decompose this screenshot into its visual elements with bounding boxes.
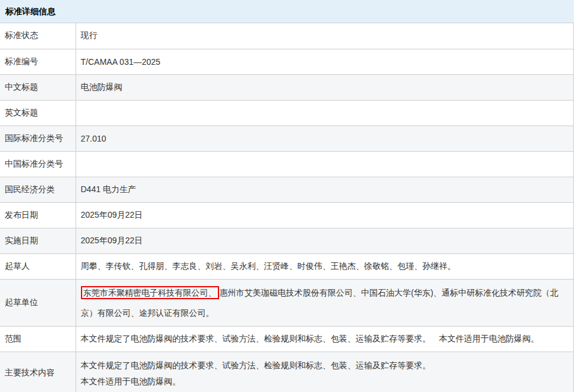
highlighted-company: 东莞市禾聚精密电子科技有限公司、	[81, 286, 219, 299]
row-label: 中国标准分类号	[0, 151, 76, 177]
row-value: 本文件规定了电池防爆阀的技术要求、试验方法、检验规则和标志、包装、运输及贮存等要…	[76, 326, 574, 352]
row-ccs-number: 中国标准分类号	[0, 151, 574, 177]
page-title: 标准详细信息	[0, 0, 574, 23]
row-label: 范围	[0, 326, 76, 352]
row-value	[76, 100, 574, 126]
row-standard-status: 标准状态 现行	[0, 23, 574, 49]
row-drafters: 起草人 周攀、李传钦、孔得朋、李志良、刘岩、吴永利、汪贤峰、时俊伟、王艳杰、徐敬…	[0, 253, 574, 279]
technical-content-paragraph: 本文件规定了电池防爆阀的技术要求、试验方法、检验规则和标志、包装、运输及贮存等要…	[81, 359, 569, 371]
row-label: 标准编号	[0, 49, 76, 74]
row-label: 主要技术内容	[0, 352, 76, 392]
row-label: 实施日期	[0, 228, 76, 253]
row-publish-date: 发布日期 2025年09月22日	[0, 202, 574, 228]
row-value: 东莞市禾聚精密电子科技有限公司、惠州市艾美珈磁电技术股份有限公司、中国石油大学(…	[76, 279, 574, 326]
row-value: T/CAMAA 031—2025	[76, 49, 574, 74]
row-label: 国民经济分类	[0, 177, 76, 202]
technical-content-paragraph: 本文件适用于电池防爆阀。	[81, 375, 569, 387]
row-standard-number: 标准编号 T/CAMAA 031—2025	[0, 49, 574, 74]
row-english-title: 英文标题	[0, 100, 574, 126]
row-implementation-date: 实施日期 2025年09月22日	[0, 228, 574, 253]
standard-detail-page: 标准详细信息 标准状态 现行 标准编号 T/CAMAA 031—2025 中文标…	[0, 0, 575, 392]
row-ics-number: 国际标准分类号 27.010	[0, 126, 574, 151]
row-label: 起草单位	[0, 279, 76, 326]
row-value	[76, 151, 574, 177]
row-label: 起草人	[0, 253, 76, 279]
row-label: 标准状态	[0, 23, 76, 49]
row-label: 中文标题	[0, 74, 76, 100]
row-main-technical-content: 主要技术内容 本文件规定了电池防爆阀的技术要求、试验方法、检验规则和标志、包装、…	[0, 352, 574, 392]
row-value: D441 电力生产	[76, 177, 574, 202]
row-value: 本文件规定了电池防爆阀的技术要求、试验方法、检验规则和标志、包装、运输及贮存等要…	[76, 352, 574, 392]
row-value: 电池防爆阀	[76, 74, 574, 100]
row-value: 2025年09月22日	[76, 228, 574, 253]
row-drafting-organizations: 起草单位 东莞市禾聚精密电子科技有限公司、惠州市艾美珈磁电技术股份有限公司、中国…	[0, 279, 574, 326]
row-value: 现行	[76, 23, 574, 49]
row-label: 发布日期	[0, 202, 76, 228]
row-chinese-title: 中文标题 电池防爆阀	[0, 74, 574, 100]
standard-detail-table: 标准状态 现行 标准编号 T/CAMAA 031—2025 中文标题 电池防爆阀…	[0, 23, 574, 392]
row-value: 27.010	[76, 126, 574, 151]
row-scope: 范围 本文件规定了电池防爆阀的技术要求、试验方法、检验规则和标志、包装、运输及贮…	[0, 326, 574, 352]
row-label: 国际标准分类号	[0, 126, 76, 151]
row-economic-classification: 国民经济分类 D441 电力生产	[0, 177, 574, 202]
standard-detail-panel: 标准详细信息 标准状态 现行 标准编号 T/CAMAA 031—2025 中文标…	[0, 0, 574, 392]
row-value: 2025年09月22日	[76, 202, 574, 228]
row-value: 周攀、李传钦、孔得朋、李志良、刘岩、吴永利、汪贤峰、时俊伟、王艳杰、徐敬铭、包瑾…	[76, 253, 574, 279]
row-label: 英文标题	[0, 100, 76, 126]
